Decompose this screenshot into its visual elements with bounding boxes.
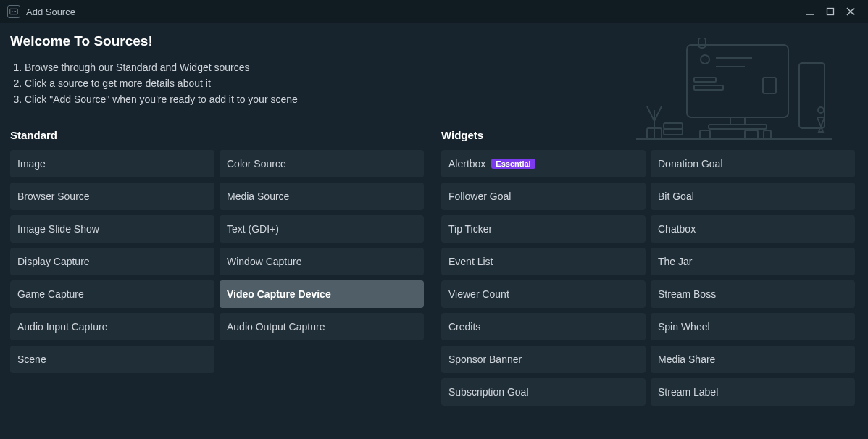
standard-tile-video-capture-device[interactable]: Video Capture Device: [220, 280, 424, 308]
standard-tile-media-source[interactable]: Media Source: [220, 183, 424, 210]
svg-rect-14: [730, 117, 745, 125]
window-title: Add Source: [26, 7, 75, 17]
svg-rect-12: [694, 85, 723, 90]
svg-rect-4: [827, 9, 834, 15]
tile-label: Window Capture: [227, 256, 302, 267]
tile-label: Scene: [17, 354, 46, 365]
svg-rect-0: [10, 9, 18, 14]
tile-label: Media Share: [658, 354, 715, 365]
standard-tile-audio-output-capture[interactable]: Audio Output Capture: [220, 313, 424, 340]
tile-label: Event List: [448, 256, 493, 267]
app-icon: [7, 5, 20, 18]
widget-tile-tip-ticker[interactable]: Tip Ticker: [441, 215, 646, 243]
tile-label: Alertbox: [448, 158, 485, 170]
standard-tile-image-slide-show[interactable]: Image Slide Show: [10, 215, 214, 243]
widget-tile-stream-boss[interactable]: Stream Boss: [651, 280, 855, 308]
widgets-grid: AlertboxEssentialDonation GoalFollower G…: [441, 150, 858, 406]
tile-label: Audio Input Capture: [17, 321, 108, 333]
widget-tile-subscription-goal[interactable]: Subscription Goal: [441, 378, 646, 406]
tile-label: Sponsor Banner: [448, 354, 522, 365]
svg-point-8: [701, 55, 709, 64]
widgets-section: Widgets AlertboxEssentialDonation GoalFo…: [441, 129, 858, 439]
svg-rect-23: [799, 63, 825, 128]
illustration: [622, 38, 839, 154]
tile-label: Browser Source: [17, 191, 90, 202]
svg-rect-26: [764, 130, 771, 139]
standard-tile-browser-source[interactable]: Browser Source: [10, 183, 214, 210]
standard-section-title: Standard: [10, 129, 427, 141]
svg-line-18: [647, 106, 654, 121]
standard-tile-window-capture[interactable]: Window Capture: [220, 248, 424, 275]
widget-tile-follower-goal[interactable]: Follower Goal: [441, 183, 646, 210]
widget-tile-credits[interactable]: Credits: [441, 313, 646, 340]
maximize-button[interactable]: [820, 1, 840, 22]
tile-label: Display Capture: [17, 256, 90, 267]
widget-tile-chatbox[interactable]: Chatbox: [651, 215, 855, 243]
svg-rect-13: [763, 78, 776, 93]
svg-rect-22: [664, 129, 683, 135]
essential-badge: Essential: [491, 159, 535, 169]
tile-label: The Jar: [658, 256, 692, 267]
tile-label: Follower Goal: [448, 191, 511, 202]
tile-label: Stream Label: [658, 386, 718, 398]
intro-section: Welcome To Sources! Browse through our S…: [0, 23, 868, 129]
svg-line-19: [654, 106, 662, 121]
tile-label: Chatbox: [658, 223, 696, 235]
tile-label: Color Source: [227, 158, 286, 170]
tile-label: Stream Boss: [658, 288, 716, 300]
close-button[interactable]: [840, 1, 861, 22]
widget-tile-spin-wheel[interactable]: Spin Wheel: [651, 313, 855, 340]
standard-section: Standard ImageColor SourceBrowser Source…: [10, 129, 427, 439]
standard-tile-color-source[interactable]: Color Source: [220, 150, 424, 177]
tile-label: Tip Ticker: [448, 223, 492, 235]
widget-tile-event-list[interactable]: Event List: [441, 248, 646, 275]
tile-label: Text (GDI+): [227, 223, 279, 235]
svg-rect-28: [698, 38, 706, 48]
svg-point-1: [12, 11, 13, 12]
tile-label: Video Capture Device: [227, 288, 331, 300]
svg-rect-21: [664, 123, 683, 129]
widget-tile-bit-goal[interactable]: Bit Goal: [651, 183, 855, 210]
widget-tile-media-share[interactable]: Media Share: [651, 346, 855, 373]
tile-label: Credits: [448, 321, 480, 333]
widget-tile-alertbox[interactable]: AlertboxEssential: [441, 150, 646, 177]
standard-tile-audio-input-capture[interactable]: Audio Input Capture: [10, 313, 214, 340]
tile-label: Game Capture: [17, 288, 84, 300]
tile-label: Viewer Count: [448, 288, 509, 300]
svg-rect-15: [709, 125, 767, 129]
standard-tile-game-capture[interactable]: Game Capture: [10, 280, 214, 308]
standard-tile-display-capture[interactable]: Display Capture: [10, 248, 214, 275]
svg-point-2: [14, 11, 16, 12]
tile-label: Image Slide Show: [17, 223, 99, 235]
tile-label: Media Source: [227, 191, 289, 202]
widget-tile-sponsor-banner[interactable]: Sponsor Banner: [441, 346, 646, 373]
tile-label: Image: [17, 158, 46, 170]
tile-label: Donation Goal: [658, 158, 723, 170]
standard-tile-scene[interactable]: Scene: [10, 346, 214, 373]
svg-rect-11: [694, 78, 716, 82]
widget-tile-stream-label[interactable]: Stream Label: [651, 378, 855, 406]
standard-grid: ImageColor SourceBrowser SourceMedia Sou…: [10, 150, 427, 373]
tile-label: Bit Goal: [658, 191, 694, 202]
titlebar: Add Source: [0, 0, 868, 23]
tile-label: Audio Output Capture: [227, 321, 325, 333]
tile-label: Spin Wheel: [658, 321, 710, 333]
minimize-button[interactable]: [800, 1, 820, 22]
standard-tile-image[interactable]: Image: [10, 150, 214, 177]
widget-tile-the-jar[interactable]: The Jar: [651, 248, 855, 275]
svg-rect-24: [700, 130, 710, 139]
widget-tile-viewer-count[interactable]: Viewer Count: [441, 280, 646, 308]
tile-label: Subscription Goal: [448, 386, 529, 398]
svg-point-27: [818, 107, 824, 113]
svg-rect-25: [745, 130, 758, 139]
standard-tile-text-gdi[interactable]: Text (GDI+): [220, 215, 424, 243]
widget-tile-donation-goal[interactable]: Donation Goal: [651, 150, 855, 177]
